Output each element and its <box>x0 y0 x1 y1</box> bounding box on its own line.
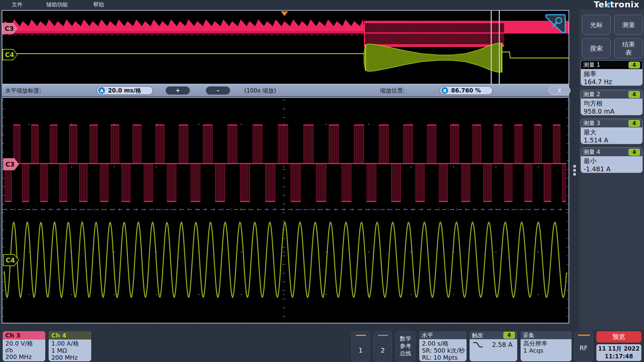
datetime-display[interactable]: 11 11月 2022 11:17:48 <box>596 344 641 361</box>
measurement-type: 最大 <box>584 128 642 136</box>
horizontal-scale: 2.00 s/格 <box>422 340 467 347</box>
measurement-type: 均方根 <box>584 99 642 107</box>
zoom-scale-control[interactable]: A 20.0 ms/格 <box>97 86 153 95</box>
zoom-position-value: 86.760 % <box>451 87 481 94</box>
measurement-title: 测量 3 <box>583 119 600 127</box>
zoom-position-control[interactable]: B 86.760 % <box>440 86 493 95</box>
multipurpose-a-badge: A <box>98 87 105 94</box>
horizontal-settings-badge[interactable]: 水平 2.00 s/格 SR: 500 k次/秒 RL: 10 Mpts <box>419 331 467 361</box>
measurement-title: 测量 4 <box>583 148 600 156</box>
zoom-window-left-edge[interactable] <box>491 11 492 84</box>
trigger-source-badge: 4 <box>503 332 515 339</box>
falling-edge-icon <box>473 342 483 348</box>
channel4-name: Ch 4 <box>49 331 91 340</box>
menu-utility[interactable]: 辅助功能 <box>46 0 68 9</box>
magnifier-zoom-icon[interactable] <box>544 13 567 36</box>
source-channel-badge: 4 <box>629 149 640 156</box>
measurement-type: 频率 <box>584 70 642 78</box>
cursors-button[interactable]: 光标 <box>582 15 611 35</box>
menu-file[interactable]: 文件 <box>12 0 22 9</box>
channel4-bandwidth: 200 MHz <box>51 354 91 361</box>
channel3-bandwidth: 200 MHz <box>5 353 45 360</box>
measurement-card-4[interactable]: 测量 4 4 最小 -1.481 A <box>581 147 643 173</box>
oscilloscope-screen: 文件 辅助功能 帮助 Tektronix C3 C4 水平缩放标度: A 20.… <box>0 0 644 362</box>
channel3-scale: 20.0 V/格 <box>5 340 45 347</box>
channel3-name: Ch 3 <box>3 331 45 340</box>
measurement-card-3[interactable]: 测量 3 4 最大 1.514 A <box>581 119 643 144</box>
trigger-level: 2.58 A <box>492 341 513 348</box>
zoom-scale-label: 水平缩放标度: <box>5 84 41 97</box>
waveform-2-button[interactable]: 2 <box>374 331 392 361</box>
measurement-type: 最小 <box>584 157 642 165</box>
measurement-card-1[interactable]: 测量 1 4 频率 164.7 Hz <box>581 60 643 86</box>
trigger-title: 触发 <box>472 331 483 339</box>
zoom-in-button[interactable]: + <box>166 86 190 95</box>
measurement-card-2[interactable]: 测量 2 4 均方根 958.0 mA <box>581 90 643 115</box>
rf-color-line <box>578 335 590 336</box>
zoom-close-button[interactable]: X <box>548 86 571 95</box>
results-table-button[interactable]: 结果表 <box>614 38 643 58</box>
channel4-impedance: 1 MΩ <box>51 347 91 354</box>
waveform-2-color-line <box>378 335 388 336</box>
rf-button[interactable]: RF <box>574 331 593 361</box>
main-waveform-canvas[interactable] <box>2 98 569 323</box>
zoom-out-button[interactable]: - <box>206 86 230 95</box>
channel4-badge[interactable]: Ch 4 1.00 A/格 1 MΩ 200 MHz <box>49 331 91 361</box>
zoom-scale-value: 20.0 ms/格 <box>108 87 141 95</box>
measurement-title: 测量 2 <box>583 90 600 98</box>
acquisition-settings-badge[interactable]: 采集 高分辨率 1 Acqs <box>521 331 572 361</box>
measure-button[interactable]: 测量 <box>614 15 643 35</box>
waveform-1-button[interactable]: 1 <box>352 331 370 361</box>
overview-waveform-canvas[interactable] <box>2 11 569 84</box>
probe-icon <box>5 347 45 353</box>
trigger-position-marker-icon[interactable] <box>281 11 288 16</box>
sample-rate: SR: 500 k次/秒 <box>422 347 467 354</box>
channel3-badge[interactable]: Ch 3 20.0 V/格 200 MHz <box>3 331 45 361</box>
source-channel-badge: 4 <box>629 120 640 127</box>
measurement-value: 1.514 A <box>584 136 642 144</box>
zoom-position-label: 缩放位置: <box>380 84 405 97</box>
measurement-title: 测量 1 <box>583 61 600 69</box>
measurement-value: 958.0 mA <box>584 107 642 115</box>
acquisition-count: 1 Acqs <box>523 347 572 354</box>
acquisition-mode: 高分辨率 <box>523 340 572 347</box>
zoom-factor-readout: (100x 缩放) <box>244 84 276 97</box>
bottom-settings-bar: Ch 3 20.0 V/格 200 MHz Ch 4 1.00 A/格 1 MΩ… <box>0 330 644 362</box>
tektronix-logo: Tektronix <box>594 0 639 10</box>
source-channel-badge: 4 <box>629 62 640 68</box>
math-ref-bus-button[interactable]: 数学参考总线 <box>396 331 415 361</box>
measurement-value: -1.481 A <box>584 165 642 173</box>
menu-bar: 文件 辅助功能 帮助 Tektronix <box>0 0 644 9</box>
multipurpose-b-badge: B <box>441 87 448 94</box>
waveform-overview-panel[interactable]: C3 C4 <box>2 10 569 84</box>
right-sidebar: 光标 测量 搜索 结果表 测量 1 4 频率 164.7 Hz 测量 2 4 均… <box>579 9 644 330</box>
waveform-1-color-line <box>356 335 366 336</box>
zoom-window-right-edge[interactable] <box>499 11 500 84</box>
time-text: 11:17:48 <box>596 353 641 360</box>
results-drawer-handle[interactable] <box>573 165 576 177</box>
date-text: 11 11月 2022 <box>596 345 641 353</box>
horizontal-title: 水平 <box>422 331 433 339</box>
measurement-value: 164.7 Hz <box>584 78 642 86</box>
source-channel-badge: 4 <box>629 91 640 98</box>
menu-help[interactable]: 帮助 <box>93 0 104 9</box>
channel4-scale: 1.00 A/格 <box>51 340 91 347</box>
search-button[interactable]: 搜索 <box>582 38 611 58</box>
main-waveform-view[interactable]: C3 C4 <box>2 97 569 323</box>
preview-status-button[interactable]: 预览 <box>596 331 641 343</box>
acquisition-title: 采集 <box>523 331 534 339</box>
trigger-settings-badge[interactable]: 触发 4 2.58 A <box>470 331 517 361</box>
record-length: RL: 10 Mpts <box>422 354 467 361</box>
horizontal-zoom-bar: 水平缩放标度: A 20.0 ms/格 + - (100x 缩放) 缩放位置: … <box>2 84 569 97</box>
